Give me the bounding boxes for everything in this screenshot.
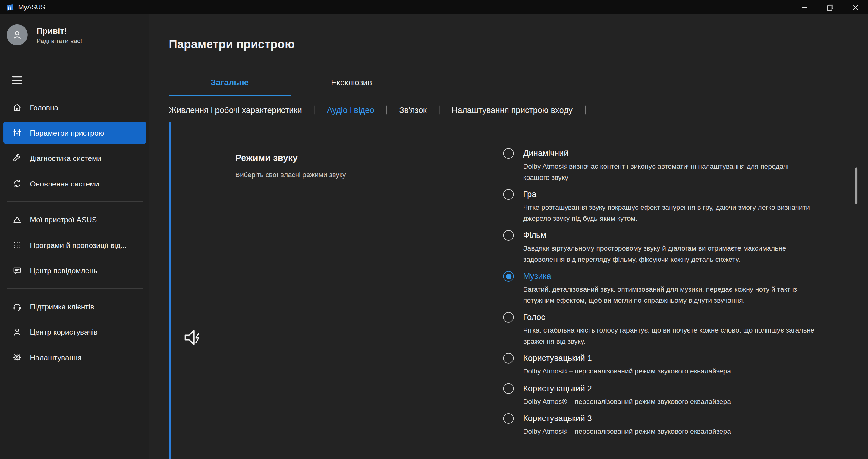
sidebar-item-label: Налаштування [30, 353, 82, 362]
radio-icon[interactable] [503, 312, 514, 323]
page-title: Параметри пристрою [169, 38, 868, 51]
radio-selected-icon[interactable] [503, 271, 514, 282]
sound-mode-list: Динамічний Dolby Atmos® визначає контент… [503, 147, 827, 442]
sound-mode-label: Користувацький 1 [523, 352, 731, 364]
asus-device-icon [12, 215, 22, 225]
headset-icon [12, 301, 22, 312]
close-button[interactable] [843, 0, 868, 14]
subtab-input-device-settings[interactable]: Налаштування пристрою входу [452, 105, 572, 114]
user-icon [12, 327, 22, 337]
sound-mode-label: Музика [523, 270, 815, 282]
restore-button[interactable] [817, 0, 842, 14]
apps-grid-icon [12, 240, 22, 250]
sound-mode-description: Чітка, стабільна якість голосу гарантує,… [523, 325, 815, 347]
subtab-separator [314, 105, 315, 114]
sound-mode-description: Dolby Atmos® – персоналізований режим зв… [523, 396, 731, 407]
greeting-subtitle: Раді вітати вас! [36, 37, 82, 44]
sound-mode-custom-1[interactable]: Користувацький 1 Dolby Atmos® – персонал… [503, 352, 827, 377]
sidebar-item-settings[interactable]: Налаштування [3, 347, 146, 368]
section-subtitle: Виберіть свої власні режими звуку [236, 171, 346, 179]
sidebar-item-home[interactable]: Головна [3, 96, 146, 118]
sidebar-divider [7, 288, 143, 289]
sidebar-item-label: Оновлення системи [30, 179, 99, 188]
window-controls [792, 0, 868, 14]
scrollbar-thumb[interactable] [855, 168, 858, 204]
sound-mode-label: Динамічний [523, 147, 815, 159]
speaker-flash-icon [182, 326, 204, 349]
sidebar-item-message-center[interactable]: Центр повідомлень [3, 259, 146, 281]
device-settings-icon [12, 128, 22, 138]
subtab-power-performance[interactable]: Живлення і робочі характеристики [169, 105, 302, 114]
wrench-icon [12, 153, 22, 163]
sidebar-item-apps-offers[interactable]: Програми й пропозиції від... [3, 234, 146, 256]
titlebar: MyASUS [0, 0, 868, 14]
sound-mode-label: Користувацький 3 [523, 412, 731, 424]
asus-logo-icon [5, 3, 14, 11]
sound-mode-description: Dolby Atmos® визначає контент і виконує … [523, 161, 815, 183]
radio-icon[interactable] [503, 383, 514, 394]
sound-mode-game[interactable]: Гра Чітке розташування звуку покращує еф… [503, 188, 827, 224]
sound-mode-label: Користувацький 2 [523, 382, 731, 394]
sound-mode-description: Завдяки віртуальному просторовому звуку … [523, 243, 815, 265]
sidebar-item-label: Мої пристрої ASUS [30, 215, 97, 224]
sidebar-item-system-diagnostics[interactable]: Діагностика системи [3, 147, 146, 169]
sound-mode-label: Голос [523, 311, 815, 323]
main-content: Параметри пристрою Загальне Ексклюзив Жи… [150, 14, 868, 459]
gear-icon [12, 352, 22, 362]
sidebar-item-label: Головна [30, 103, 58, 112]
sidebar-item-label: Діагностика системи [30, 154, 101, 163]
subtab-bar: Живлення і робочі характеристики Аудіо і… [169, 105, 868, 114]
avatar[interactable] [7, 24, 28, 45]
sound-mode-description: Багатий, деталізований звук, оптимізован… [523, 284, 815, 306]
sidebar-item-customer-support[interactable]: Підтримка клієнтів [3, 295, 146, 318]
message-center-icon [12, 266, 22, 275]
audio-settings-panel: Режими звуку Виберіть свої власні режими… [169, 122, 868, 459]
sidebar-item-label: Підтримка клієнтів [30, 302, 94, 311]
sidebar-item-label: Центр повідомлень [30, 266, 97, 275]
greeting-title: Привіт! [36, 26, 82, 35]
radio-icon[interactable] [503, 230, 514, 241]
sound-mode-description: Dolby Atmos® – персоналізований режим зв… [523, 426, 731, 437]
sidebar-item-system-update[interactable]: Оновлення системи [3, 172, 146, 195]
radio-icon[interactable] [503, 413, 514, 424]
subtab-audio-video[interactable]: Аудіо і відео [327, 105, 374, 114]
subtab-separator [585, 105, 586, 114]
sound-mode-dynamic[interactable]: Динамічний Dolby Atmos® визначає контент… [503, 147, 827, 183]
radio-icon[interactable] [503, 353, 514, 363]
sidebar-item-user-center[interactable]: Центр користувачів [3, 321, 146, 343]
tab-exclusive[interactable]: Ексклюзив [290, 77, 412, 96]
user-greeting[interactable]: Привіт! Раді вітати вас! [0, 14, 150, 45]
sound-modes-section-header: Режими звуку Виберіть свої власні режими… [236, 153, 346, 178]
subtab-separator [386, 105, 387, 114]
section-title: Режими звуку [236, 153, 346, 163]
sidebar-item-my-asus-devices[interactable]: Мої пристрої ASUS [3, 208, 146, 230]
radio-icon[interactable] [503, 189, 514, 200]
menu-toggle-button[interactable] [12, 76, 22, 84]
sound-mode-custom-2[interactable]: Користувацький 2 Dolby Atmos® – персонал… [503, 382, 827, 407]
subtab-separator [439, 105, 439, 114]
sidebar-item-label: Програми й пропозиції від... [30, 241, 127, 250]
system-update-icon [12, 178, 22, 189]
sound-mode-description: Dolby Atmos® – персоналізований режим зв… [523, 366, 731, 377]
sidebar-item-device-settings[interactable]: Параметри пристрою [3, 122, 146, 144]
myasus-window: MyASUS Привіт! Раді [0, 0, 868, 459]
radio-icon[interactable] [503, 148, 514, 159]
sidebar-item-label: Центр користувачів [30, 328, 98, 336]
tab-bar: Загальне Ексклюзив [169, 77, 868, 96]
home-icon [12, 102, 22, 112]
sound-mode-label: Гра [523, 188, 815, 200]
sidebar-nav: Головна Параметри пристрою Діагност [0, 96, 150, 369]
tab-general[interactable]: Загальне [169, 77, 290, 96]
sound-mode-movie[interactable]: Фільм Завдяки віртуальному просторовому … [503, 229, 827, 265]
sound-mode-custom-3[interactable]: Користувацький 3 Dolby Atmos® – персонал… [503, 412, 827, 437]
sidebar-divider [7, 201, 143, 202]
sidebar: Привіт! Раді вітати вас! Головна [0, 14, 150, 459]
sound-mode-music[interactable]: Музика Багатий, деталізований звук, опти… [503, 270, 827, 306]
subtab-connectivity[interactable]: Зв'язок [399, 105, 427, 114]
sound-mode-description: Чітке розташування звуку покращує ефект … [523, 202, 815, 224]
minimize-button[interactable] [792, 0, 817, 14]
sound-mode-voice[interactable]: Голос Чітка, стабільна якість голосу гар… [503, 311, 827, 347]
sidebar-item-label: Параметри пристрою [30, 129, 104, 137]
sound-mode-label: Фільм [523, 229, 815, 241]
app-title: MyASUS [19, 3, 45, 11]
